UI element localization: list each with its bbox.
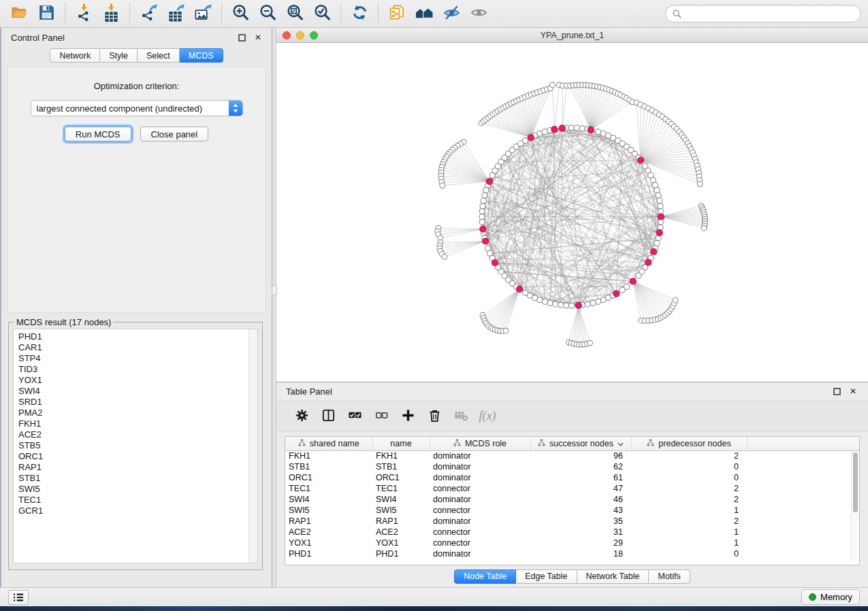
graph-node[interactable] xyxy=(549,82,555,88)
float-panel-icon[interactable] xyxy=(236,32,247,43)
result-node-item[interactable]: PHD1 xyxy=(18,331,257,342)
graph-node[interactable] xyxy=(596,299,601,304)
graph-node[interactable] xyxy=(485,246,490,251)
result-node-item[interactable]: SWI5 xyxy=(18,484,257,495)
graph-node[interactable] xyxy=(588,340,593,346)
cell-successor-nodes[interactable]: 43 xyxy=(530,505,631,516)
graph-node[interactable] xyxy=(596,129,601,135)
cell-shared-name[interactable]: YOX1 xyxy=(285,538,372,548)
mcds-node[interactable] xyxy=(630,278,636,284)
gear-button[interactable] xyxy=(293,408,310,425)
graph-node[interactable] xyxy=(620,287,625,293)
delete-table-button[interactable] xyxy=(452,408,470,425)
close-panel-button[interactable]: Close panel xyxy=(140,127,209,142)
graph-node[interactable] xyxy=(479,214,485,219)
criterion-dropdown[interactable]: largest connected component (undirected) xyxy=(31,100,243,116)
maximize-window-icon[interactable] xyxy=(310,31,318,39)
cell-name[interactable]: ACE2 xyxy=(372,527,430,538)
result-node-item[interactable]: TID3 xyxy=(18,364,257,375)
tab-network-table[interactable]: Network Table xyxy=(577,569,649,584)
graph-node[interactable] xyxy=(503,328,509,333)
cell-name[interactable]: STB1 xyxy=(372,461,430,472)
graph-node[interactable] xyxy=(697,182,703,187)
graph-node[interactable] xyxy=(553,301,558,307)
graph-node[interactable] xyxy=(656,193,661,198)
cell-shared-name[interactable]: ORC1 xyxy=(285,472,372,483)
graph-node[interactable] xyxy=(479,219,485,225)
mcds-node[interactable] xyxy=(528,134,534,140)
zoom-out-button[interactable] xyxy=(254,3,281,24)
cell-MCDS-role[interactable]: dominator xyxy=(430,461,530,472)
result-node-item[interactable]: ORC1 xyxy=(18,451,257,462)
search-box[interactable] xyxy=(665,5,861,22)
unselect-all-button[interactable] xyxy=(372,408,390,425)
float-table-panel-icon[interactable] xyxy=(831,386,842,397)
result-node-item[interactable]: STB5 xyxy=(18,440,257,451)
panel-splitter[interactable] xyxy=(272,28,276,587)
graph-node[interactable] xyxy=(600,297,606,303)
graph-node[interactable] xyxy=(482,193,487,198)
graph-node[interactable] xyxy=(542,299,547,304)
cell-predecessor-nodes[interactable]: 2 xyxy=(631,450,747,461)
add-column-button[interactable] xyxy=(399,408,417,425)
cell-name[interactable]: ORC1 xyxy=(372,472,430,483)
cell-predecessor-nodes[interactable]: 2 xyxy=(631,516,747,527)
column-header-successor-nodes[interactable]: successor nodes xyxy=(530,437,631,450)
close-table-panel-icon[interactable]: ✕ xyxy=(848,386,858,397)
cell-shared-name[interactable]: STB1 xyxy=(285,461,372,472)
mcds-node[interactable] xyxy=(486,178,492,184)
cell-MCDS-role[interactable]: dominator xyxy=(430,472,530,483)
cell-successor-nodes[interactable]: 96 xyxy=(530,450,631,461)
cell-MCDS-role[interactable]: dominator xyxy=(430,450,530,461)
cell-MCDS-role[interactable]: connector xyxy=(430,505,530,516)
refresh-view-button[interactable] xyxy=(346,3,373,24)
result-node-item[interactable]: YOX1 xyxy=(18,375,257,386)
column-view-button[interactable] xyxy=(319,408,337,425)
export-table-button[interactable] xyxy=(162,3,189,24)
export-network-button[interactable] xyxy=(135,3,162,24)
graph-node[interactable] xyxy=(522,290,528,295)
result-node-item[interactable]: RAP1 xyxy=(18,462,257,473)
cell-successor-nodes[interactable]: 62 xyxy=(530,461,631,472)
cell-successor-nodes[interactable]: 47 xyxy=(530,483,631,494)
graph-node[interactable] xyxy=(440,183,445,188)
memory-button[interactable]: Memory xyxy=(801,589,860,605)
cell-name[interactable]: PHD1 xyxy=(372,548,430,559)
mcds-node[interactable] xyxy=(613,291,620,297)
cell-MCDS-role[interactable]: dominator xyxy=(430,516,530,527)
graph-node[interactable] xyxy=(654,240,660,246)
export-image-button[interactable] xyxy=(189,3,216,24)
network-canvas[interactable] xyxy=(276,43,868,382)
mcds-node[interactable] xyxy=(588,127,594,133)
cell-shared-name[interactable]: ACE2 xyxy=(285,527,372,538)
graph-node[interactable] xyxy=(522,138,528,144)
cell-successor-nodes[interactable]: 35 xyxy=(530,516,631,527)
tab-style[interactable]: Style xyxy=(100,48,138,63)
tab-network[interactable]: Network xyxy=(50,48,100,63)
cell-successor-nodes[interactable]: 31 xyxy=(530,527,631,538)
result-node-item[interactable]: TEC1 xyxy=(18,495,257,506)
cell-MCDS-role[interactable]: dominator xyxy=(430,494,530,505)
save-session-button[interactable] xyxy=(33,3,60,24)
cell-name[interactable]: FKH1 xyxy=(372,450,430,461)
cell-name[interactable]: RAP1 xyxy=(372,516,430,527)
tab-select[interactable]: Select xyxy=(138,48,180,63)
result-node-item[interactable]: STP4 xyxy=(18,353,257,364)
zoom-in-button[interactable] xyxy=(227,3,254,24)
mcds-node[interactable] xyxy=(483,238,489,244)
cell-predecessor-nodes[interactable]: 1 xyxy=(631,527,747,538)
tab-edge-table[interactable]: Edge Table xyxy=(516,569,577,584)
result-node-item[interactable]: SWI4 xyxy=(18,386,257,397)
graph-node[interactable] xyxy=(652,182,658,188)
graph-node[interactable] xyxy=(673,297,678,303)
delete-column-button[interactable] xyxy=(425,408,443,425)
import-network-button[interactable] xyxy=(70,3,97,24)
result-node-item[interactable]: GCR1 xyxy=(18,506,257,516)
result-node-item[interactable]: FKH1 xyxy=(18,418,257,429)
tab-motifs[interactable]: Motifs xyxy=(649,569,690,584)
show-all-button[interactable] xyxy=(465,3,492,24)
close-panel-icon[interactable]: ✕ xyxy=(253,32,263,43)
hide-selected-button[interactable] xyxy=(438,3,465,24)
cell-successor-nodes[interactable]: 46 xyxy=(530,494,631,505)
home-button[interactable] xyxy=(411,3,438,24)
